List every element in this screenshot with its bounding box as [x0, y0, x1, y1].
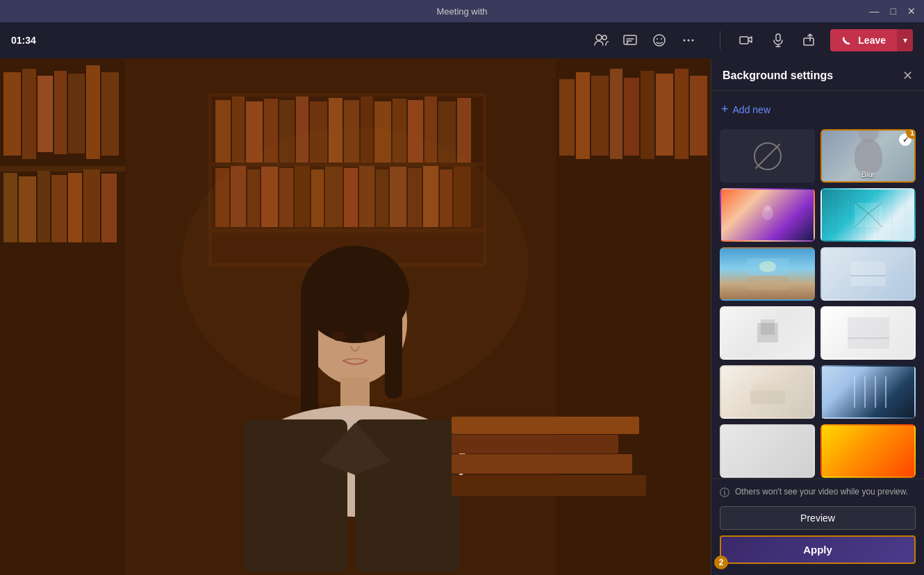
svg-point-107 [759, 261, 776, 272]
white1-inner [721, 308, 814, 358]
svg-rect-15 [804, 38, 814, 45]
panel-title: Background settings [723, 69, 833, 82]
add-new-label: Add new [733, 104, 770, 115]
panel-body: + Add new 1 Blur ✓ [711, 91, 924, 478]
desert-inner [721, 249, 814, 299]
svg-point-6 [657, 38, 658, 40]
leave-dropdown-button[interactable]: ▾ [897, 29, 913, 51]
background-item-colorful[interactable] [720, 188, 815, 242]
hallway-svg [848, 199, 889, 231]
svg-rect-115 [752, 383, 783, 392]
background-item-office[interactable] [820, 365, 916, 419]
share-icon [802, 33, 818, 48]
svg-rect-12 [776, 34, 780, 41]
white2-inner [822, 308, 914, 358]
background-item-bedroom[interactable] [720, 365, 815, 419]
title-bar: Meeting with — □ ✕ [0, 0, 924, 22]
background-item-desert[interactable] [720, 247, 815, 301]
bedroom-svg [747, 376, 789, 408]
none-inner [721, 131, 814, 181]
background-item-white2[interactable] [820, 306, 916, 360]
panel-footer: ⓘ Others won't see your video while you … [711, 478, 924, 575]
background-item-hallway[interactable] [820, 188, 916, 242]
window-controls: — □ ✕ [870, 6, 916, 16]
panel-close-button[interactable]: ✕ [902, 69, 913, 82]
svg-rect-97 [452, 417, 639, 434]
background-grid: 1 Blur ✓ [720, 129, 916, 478]
video-icon [739, 33, 754, 48]
white1-svg [747, 317, 789, 349]
notice-row: ⓘ Others won't see your video while you … [720, 486, 916, 499]
call-timer: 01:34 [11, 35, 39, 46]
svg-rect-100 [855, 203, 882, 227]
reactions-button[interactable] [647, 28, 671, 52]
yellowwarm-inner [822, 426, 914, 476]
svg-line-101 [855, 203, 868, 213]
more-icon [681, 33, 696, 48]
panel-header: Background settings ✕ [711, 58, 924, 91]
preview-button[interactable]: Preview [720, 506, 916, 530]
more-button[interactable] [677, 28, 700, 52]
svg-point-7 [661, 38, 662, 40]
svg-rect-93 [0, 58, 711, 575]
svg-rect-112 [848, 317, 889, 349]
phone-icon [841, 35, 852, 46]
modern-inner [822, 249, 914, 299]
participants-icon [593, 33, 609, 48]
hallway-inner [822, 190, 914, 240]
colorful-inner [721, 190, 814, 240]
background-item-blur[interactable]: 1 Blur ✓ [820, 129, 916, 183]
svg-point-5 [654, 35, 665, 46]
bedroom-inner [721, 367, 814, 417]
background-item-white1[interactable] [720, 306, 815, 360]
apply-btn-wrapper: 2 Apply [720, 535, 916, 564]
background-settings-panel: Background settings ✕ + Add new 1 [711, 58, 924, 575]
apply-badge: 2 [714, 556, 728, 569]
svg-rect-95 [452, 454, 632, 474]
mic-toggle-button[interactable] [766, 28, 790, 52]
close-window-button[interactable]: ✕ [907, 6, 916, 16]
video-toggle-button[interactable] [734, 28, 758, 52]
desert-svg [747, 258, 789, 290]
main-content: Background settings ✕ + Add new 1 [0, 58, 924, 575]
add-icon: + [721, 102, 729, 117]
leave-button[interactable]: Leave [830, 29, 897, 51]
svg-point-9 [688, 40, 690, 42]
svg-point-10 [692, 40, 694, 42]
background-svg [0, 58, 711, 575]
svg-rect-111 [761, 319, 775, 335]
video-background [0, 58, 711, 575]
svg-line-102 [868, 203, 882, 213]
office-inner [822, 367, 914, 417]
svg-rect-94 [452, 475, 646, 496]
info-icon: ⓘ [720, 487, 729, 499]
svg-rect-11 [740, 37, 748, 44]
reactions-icon [652, 33, 667, 48]
apply-button[interactable]: Apply [720, 535, 916, 564]
background-item-none[interactable] [720, 129, 815, 183]
maximize-button[interactable]: □ [891, 6, 896, 16]
background-item-yellowwarm[interactable] [820, 424, 916, 478]
participants-button[interactable] [589, 28, 613, 52]
notice-text: Others won't see your video while you pr… [735, 486, 908, 498]
add-new-background-button[interactable]: + Add new [720, 99, 772, 119]
svg-rect-2 [624, 35, 636, 44]
grey1-inner [721, 426, 814, 476]
chat-button[interactable] [618, 28, 642, 52]
svg-rect-96 [452, 435, 618, 453]
none-icon [754, 142, 782, 170]
svg-point-1 [602, 35, 607, 40]
svg-rect-114 [750, 390, 785, 404]
blur-label: Blur [861, 170, 875, 178]
background-item-grey[interactable] [720, 424, 815, 478]
colorful-decoration [757, 203, 778, 227]
modern-svg [848, 258, 889, 290]
background-item-modern[interactable] [820, 247, 916, 301]
share-button[interactable] [798, 28, 822, 52]
svg-line-104 [868, 213, 882, 227]
svg-point-99 [764, 205, 771, 212]
mic-icon [770, 33, 786, 48]
minimize-button[interactable]: — [870, 6, 880, 16]
svg-line-103 [855, 213, 868, 227]
office-svg [848, 376, 889, 408]
